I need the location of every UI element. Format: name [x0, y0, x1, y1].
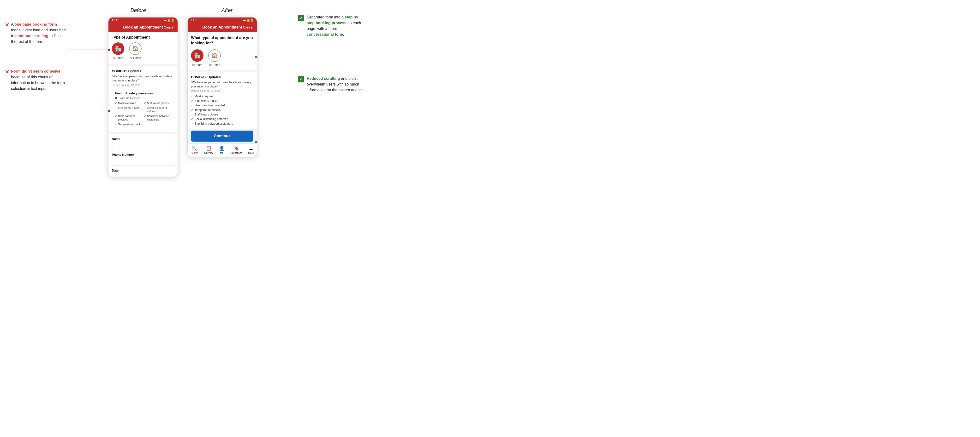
before-appointment-section: Type of Appointment 🏪 At Store 🏠 At Home [108, 32, 178, 64]
after-health-text: Staff wears gloves [195, 113, 218, 116]
right-annotation-block-2: ✓ Reduced scrolling and didn't overwhelm… [298, 76, 365, 93]
before-at-store[interactable]: 🏪 At Store [112, 43, 124, 60]
after-health-masks: ✓ Masks required [191, 95, 253, 98]
check-icon: ✓ [115, 106, 117, 109]
signal-icon: ▪▪▪ [243, 19, 246, 22]
nav-more[interactable]: ☰ More [248, 146, 254, 154]
right-annotation-text-1: Separated form into a step by step booki… [307, 14, 365, 37]
before-phone-header: Book an Appointment Cancel [108, 23, 178, 32]
after-covid-title: COVID-19 Updates [191, 75, 253, 79]
after-store-label: At Store [192, 63, 202, 66]
after-header-cancel[interactable]: Cancel [243, 25, 253, 29]
check-icon: ✓ [191, 118, 193, 121]
from-business-label: From the business [119, 97, 140, 100]
after-health-social: ✓ Social distancing enforced [191, 117, 253, 121]
delivery-nav-label: Delivery [204, 152, 213, 154]
health-item-temp: ✓ Temperature checks [115, 123, 142, 126]
arrow-line-1 [68, 50, 109, 50]
green-check-icon-2: ✓ [298, 76, 304, 82]
x-icon-2: ✕ [5, 69, 9, 75]
date-label: Date [112, 169, 174, 172]
phones-container: 12:41 ▪▪▪ 📶 🔋 Book an Appointment Cancel… [108, 17, 257, 177]
search-nav-icon: 🔍 [192, 146, 197, 151]
annotation-block-2: ✕ Form didn't seem cohesive because of t… [5, 68, 67, 92]
health-item-text: Staff wears gloves [147, 101, 169, 105]
highlight-green-3: Reduced scrolling [307, 76, 340, 81]
after-time: 12:41 [191, 19, 198, 22]
nav-delivery[interactable]: 📋 Delivery [204, 146, 213, 154]
search-nav-label: Search [191, 152, 199, 154]
right-annotations: ✓ Separated form into a step by step boo… [293, 7, 365, 177]
after-status-bar: 12:41 ▪▪▪ 📶 🔋 [188, 17, 257, 23]
after-health-temp: ✓ Temperature checks [191, 108, 253, 112]
annotation-title-1: ✕ A one page booking form made it very l… [5, 22, 67, 44]
wifi-icon: 📶 [167, 19, 170, 22]
check-icon: ✓ [115, 123, 117, 126]
after-covid-quote: "We have reopened with new health and sa… [191, 81, 253, 89]
continue-button[interactable]: Continue [191, 131, 253, 142]
after-header-title: Book an Appointment [202, 25, 242, 30]
before-store-icon: 🏪 [112, 43, 124, 55]
check-icon: ✓ [191, 113, 193, 116]
before-covid-title: COVID-19 Updates [112, 69, 174, 73]
after-health-text: Sanitizing between customers [195, 122, 233, 125]
health-item-text: Staff wears masks [118, 106, 140, 109]
nav-search[interactable]: 🔍 Search [191, 146, 199, 154]
highlight-green-2: conversational tone. [307, 32, 344, 36]
after-question-section: What type of appointment are you looking… [188, 32, 257, 70]
health-item-text: Social distancing enforced [147, 106, 171, 113]
nav-me[interactable]: 👤 Me [219, 146, 224, 154]
before-home-icon: 🏠 [129, 43, 142, 55]
before-title: Before [130, 7, 146, 13]
before-home-label: At Home [130, 56, 141, 60]
me-nav-label: Me [220, 152, 223, 154]
health-item-text: Hand sanitizer provided [118, 114, 142, 122]
after-health-text: Masks required [195, 95, 214, 98]
more-nav-icon: ☰ [249, 146, 253, 151]
check-icon: ✓ [191, 122, 193, 125]
before-health-card-title: Health & safety measures [115, 92, 171, 95]
delivery-nav-icon: 📋 [206, 146, 212, 151]
signal-icon: ▪▪▪ [164, 19, 167, 22]
health-item-staff-gloves: ✓ Staff wears gloves [144, 101, 171, 105]
after-health-sanitizing: ✓ Sanitizing between customers [191, 122, 253, 125]
before-phone: 12:41 ▪▪▪ 📶 🔋 Book an Appointment Cancel… [108, 17, 178, 177]
health-item-text: Sanitizing between customers [147, 114, 171, 122]
more-nav-label: More [248, 152, 254, 154]
after-phone-header: Book an Appointment Cancel [188, 23, 257, 32]
arrow-line-3 [256, 57, 297, 57]
arrow-dot-4 [255, 141, 258, 143]
check-icon: ✓ [191, 104, 193, 107]
right-annotation-block-1: ✓ Separated form into a step by step boo… [298, 14, 365, 37]
name-label: Name [112, 137, 174, 141]
health-item-sanitizer: ✓ Hand sanitizer provided [115, 114, 142, 122]
green-check-icon-1: ✓ [298, 15, 304, 21]
highlight-red-2: continue scrolling [15, 34, 48, 38]
check-icon: ✓ [115, 114, 117, 118]
name-input[interactable] [112, 142, 174, 150]
after-home-label: At Home [209, 63, 220, 66]
before-status-bar: 12:41 ▪▪▪ 📶 🔋 [108, 17, 178, 23]
after-covid-date: Posted on June 12, 2020 [191, 89, 253, 92]
after-at-store[interactable]: 🏪 At Store [191, 49, 204, 66]
arrow-dot-1 [108, 49, 110, 51]
after-home-icon: 🏠 [208, 49, 221, 62]
battery-icon: 🔋 [251, 19, 253, 22]
phone-input[interactable] [112, 158, 174, 166]
after-phone-body: What type of appointment are you looking… [188, 32, 257, 157]
annotation-text-1: A one page booking form made it very lon… [11, 22, 67, 44]
before-header-cancel[interactable]: Cancel [164, 25, 174, 29]
after-health-text: Social distancing enforced [195, 117, 228, 121]
after-at-home[interactable]: 🏠 At Home [208, 49, 221, 66]
after-health-items: ✓ Masks required ✓ Staff wears masks ✓ H… [191, 95, 253, 125]
after-health-text: Hand sanitizer provided [195, 104, 225, 107]
collections-nav-label: Collections [231, 152, 242, 154]
nav-collections[interactable]: 🔖 Collections [231, 146, 242, 154]
before-health-card: Health & safety measures From the busine… [112, 89, 174, 129]
health-item-sanitizing: ✓ Sanitizing between customers [144, 114, 171, 122]
annotation-title-2: ✕ Form didn't seem cohesive because of t… [5, 68, 67, 92]
battery-icon: 🔋 [171, 19, 174, 22]
before-at-home[interactable]: 🏠 At Home [129, 43, 142, 60]
annotation-block-1: ✕ A one page booking form made it very l… [5, 22, 67, 44]
x-icon-1: ✕ [5, 22, 9, 28]
